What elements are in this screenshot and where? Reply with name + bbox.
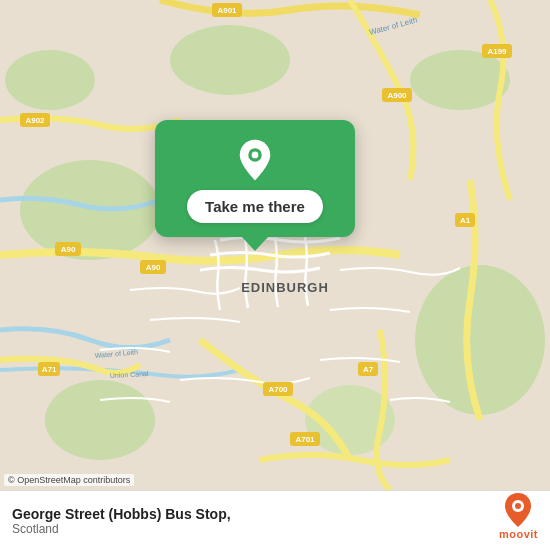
location-info: George Street (Hobbs) Bus Stop, Scotland (12, 506, 231, 536)
location-region: Scotland (12, 522, 231, 536)
location-name: George Street (Hobbs) Bus Stop, (12, 506, 231, 522)
svg-text:A900: A900 (387, 91, 407, 100)
popup-card: Take me there (155, 120, 355, 237)
svg-text:A199: A199 (487, 47, 507, 56)
bottom-bar: George Street (Hobbs) Bus Stop, Scotland… (0, 490, 550, 550)
svg-text:A90: A90 (61, 245, 76, 254)
svg-text:A902: A902 (25, 116, 45, 125)
svg-point-2 (415, 265, 545, 415)
svg-point-7 (5, 50, 95, 110)
take-me-there-button[interactable]: Take me there (187, 190, 323, 223)
svg-point-4 (45, 380, 155, 460)
svg-text:EDINBURGH: EDINBURGH (241, 280, 329, 295)
moovit-logo: moovit (499, 492, 538, 540)
location-pin-icon (233, 138, 277, 182)
svg-text:A700: A700 (268, 385, 288, 394)
svg-text:A71: A71 (42, 365, 57, 374)
osm-credit: © OpenStreetMap contributors (4, 474, 134, 486)
map-svg: EDINBURGH Water of Leith Water of Leith … (0, 0, 550, 490)
moovit-pin-icon (504, 492, 532, 528)
svg-point-38 (515, 503, 521, 509)
svg-point-6 (410, 50, 510, 110)
svg-text:A901: A901 (217, 6, 237, 15)
svg-text:A7: A7 (363, 365, 374, 374)
svg-point-1 (20, 160, 160, 260)
svg-text:A1: A1 (460, 216, 471, 225)
svg-point-5 (170, 25, 290, 95)
svg-text:A701: A701 (295, 435, 315, 444)
svg-point-36 (252, 152, 259, 159)
map-container: EDINBURGH Water of Leith Water of Leith … (0, 0, 550, 490)
svg-text:A90: A90 (146, 263, 161, 272)
moovit-brand-text: moovit (499, 528, 538, 540)
